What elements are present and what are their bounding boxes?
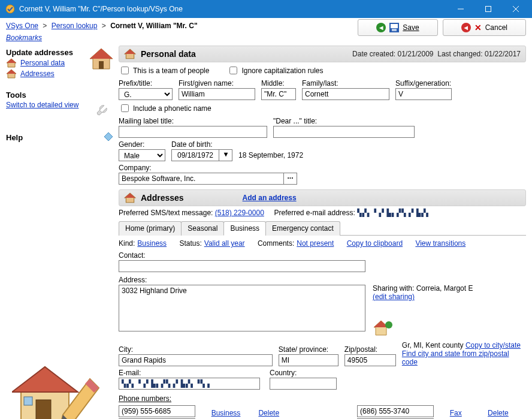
first-label: First/given name: (179, 79, 255, 88)
copy-city-state-link[interactable]: Copy to city/state (466, 341, 521, 349)
phone3-kind[interactable]: Fax (450, 409, 462, 417)
date-created: Date created: 01/21/2009 (352, 50, 433, 58)
minimize-button[interactable] (447, 0, 474, 18)
kind-value[interactable]: Business (137, 239, 167, 248)
breadcrumb-root[interactable]: VSys One (6, 22, 38, 30)
phone1-delete[interactable]: Delete (258, 409, 279, 417)
comments-value[interactable]: Not present (297, 239, 334, 248)
house-edit-large-icon (12, 355, 102, 419)
zip-label: Zip/postal: (344, 345, 396, 354)
dear-label: "Dear ..." title: (273, 117, 415, 125)
house-icon (124, 49, 136, 59)
contact-input[interactable] (119, 260, 365, 272)
suffix-input[interactable] (395, 88, 452, 100)
phones-label: Phone numbers: (119, 394, 171, 403)
address-textarea[interactable]: 3032 Highland Drive (119, 285, 365, 331)
mailing-input[interactable] (119, 126, 267, 138)
email-label: E-mail: (119, 369, 260, 377)
sidebar-addresses[interactable]: Addresses (20, 70, 55, 78)
section-personal-title: Personal data (141, 49, 196, 59)
dob-input[interactable] (171, 149, 219, 161)
middle-label: Middle: (261, 79, 296, 88)
add-address-link[interactable]: Add an address (243, 194, 297, 202)
pref-email-label: Preferred e-mail address: (274, 209, 355, 217)
phone3-input[interactable] (357, 405, 434, 417)
maximize-button[interactable] (474, 0, 502, 18)
country-label: Country: (270, 369, 337, 377)
svg-marker-21 (125, 49, 135, 54)
ignore-cap-label: Ignore capitalization rules (241, 67, 323, 75)
gender-select[interactable]: Male (119, 149, 165, 161)
breadcrumb-lookup[interactable]: Person lookup (52, 22, 98, 30)
comments-label: Comments: (258, 239, 294, 248)
tab-emergency[interactable]: Emergency contact (265, 221, 340, 236)
kind-label: Kind: (119, 239, 135, 248)
svg-marker-23 (125, 193, 135, 198)
state-input[interactable] (279, 354, 338, 366)
copy-clipboard-link[interactable]: Copy to clipboard (347, 239, 403, 248)
company-label: Company: (119, 164, 297, 172)
breadcrumb-current: Cornett V, William "Mr. C" (110, 22, 198, 30)
save-label: Save (403, 23, 419, 32)
save-button[interactable]: ◄ Save (358, 19, 437, 36)
mailing-label: Mailing label title: (119, 117, 267, 125)
bookmarks-link[interactable]: Bookmarks (6, 34, 42, 42)
tab-business[interactable]: Business (223, 221, 266, 236)
view-transitions-link[interactable]: View transitions (415, 239, 466, 248)
email-input[interactable]: ▚▞▖▝▗▘▙▖▞▚▗▘▙▞▖▝▚▗ (119, 378, 260, 390)
app-icon (5, 4, 16, 14)
state-label: State/ province: (279, 345, 338, 354)
pref-email-value[interactable]: ▚▞▖▝▗▘▙▖▞▚▗▘▙▞▖ (357, 209, 431, 217)
svg-marker-14 (12, 367, 78, 392)
loc-text: Gr, MI, Kent county (402, 341, 464, 349)
tab-home[interactable]: Home (primary) (119, 221, 182, 236)
phone3-delete[interactable]: Delete (488, 409, 509, 417)
phonetic-label: Include a phonetic name (133, 104, 211, 113)
dob-dropdown-button[interactable]: ▾ (219, 149, 232, 161)
sidebar-switch-detailed[interactable]: Switch to detailed view (6, 101, 93, 109)
pref-sms-value[interactable]: (518) 229-0000 (215, 209, 264, 217)
cancel-button[interactable]: ◄ ✕ Cancel (443, 19, 526, 36)
svg-marker-10 (90, 49, 113, 59)
zip-input[interactable] (344, 354, 396, 366)
ignore-cap-checkbox[interactable]: Ignore capitalization rules (227, 65, 323, 76)
svg-rect-2 (486, 7, 491, 12)
cancel-label: Cancel (485, 23, 507, 32)
house-icon (6, 69, 17, 79)
svg-rect-15 (36, 400, 51, 419)
family-input[interactable] (302, 88, 389, 100)
team-label: This is a team of people (133, 67, 209, 75)
x-icon: ✕ (474, 23, 482, 32)
status-label: Status: (179, 239, 201, 248)
svg-rect-16 (24, 397, 32, 405)
tab-seasonal[interactable]: Seasonal (181, 221, 224, 236)
phone1-kind[interactable]: Business (211, 409, 241, 417)
contact-label: Contact: (119, 251, 365, 260)
breadcrumb: VSys One > Person lookup > Cornett V, Wi… (0, 18, 352, 31)
city-label: City: (119, 345, 273, 354)
back-arrow-red-icon: ◄ (461, 23, 471, 32)
edit-sharing-link[interactable]: (edit sharing) (373, 293, 415, 301)
house-icon (124, 192, 136, 203)
dear-input[interactable] (273, 126, 415, 138)
pref-sms-label: Preferred SMS/text message: (119, 209, 213, 217)
middle-input[interactable] (261, 88, 296, 100)
company-browse-button[interactable]: ··· (284, 173, 297, 185)
close-button[interactable] (502, 0, 530, 18)
sidebar-tools-header: Tools (6, 91, 114, 100)
prefix-select[interactable]: G. (119, 88, 173, 100)
sidebar-personal-data[interactable]: Personal data (20, 59, 65, 67)
company-input[interactable] (119, 173, 284, 185)
team-checkbox[interactable]: This is a team of people (119, 65, 209, 76)
phone1-input[interactable] (119, 405, 195, 417)
section-addresses: Addresses Add an address (119, 189, 526, 206)
first-input[interactable] (179, 88, 255, 100)
sidebar: Update addresses Personal data Addresses (0, 46, 119, 419)
prefix-label: Prefix/title: (119, 79, 173, 88)
diamond-icon (103, 131, 114, 144)
city-input[interactable] (119, 354, 273, 366)
phonetic-checkbox[interactable]: Include a phonetic name (119, 103, 211, 114)
find-city-link[interactable]: Find city and state from zip/postal code (402, 349, 509, 366)
status-value[interactable]: Valid all year (204, 239, 245, 248)
country-input[interactable] (270, 378, 337, 390)
